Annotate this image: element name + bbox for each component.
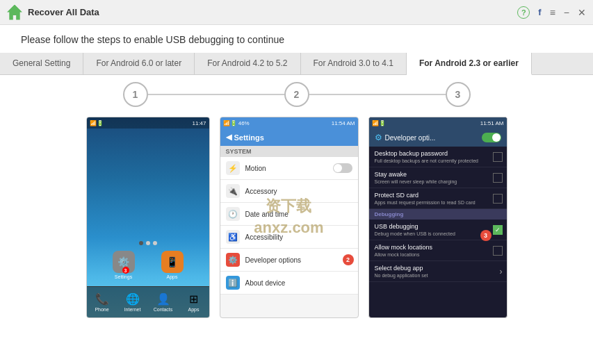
- tab-general[interactable]: General Setting: [0, 53, 83, 74]
- status-time-3: 11:51 AM: [480, 120, 504, 126]
- screenshot-1: 📶🔋 11:47 ⚙️ Settings 3: [86, 117, 210, 318]
- minimize-button[interactable]: −: [564, 7, 569, 18]
- facebook-button[interactable]: f: [538, 7, 541, 17]
- help-button[interactable]: ?: [517, 6, 530, 19]
- accessibility-text: Accessibility: [245, 233, 283, 241]
- status-bar-2: 📶🔋 46% 11:54 AM: [220, 117, 358, 129]
- contacts-nav-label: Contacts: [154, 307, 173, 312]
- tab-android30[interactable]: For Android 3.0 to 4.1: [301, 53, 407, 74]
- settings-app-header: ◀ Settings: [220, 129, 358, 146]
- bottom-nav: 📞 Phone 🌐 Internet 👤 Contacts ⊞ Apps: [87, 286, 209, 317]
- backup-desc: Full desktop backups are not currently p…: [375, 158, 501, 163]
- debug-app-title: Select debug app: [375, 265, 501, 272]
- close-button[interactable]: ✕: [578, 7, 586, 18]
- dev-header-title: Developer opti...: [385, 134, 436, 142]
- title-bar-left: Recover All Data: [7, 5, 517, 20]
- motion-text: Motion: [245, 165, 266, 172]
- settings-item-accessibility[interactable]: ♿ Accessibility: [220, 226, 358, 249]
- awake-checkbox[interactable]: [493, 173, 503, 183]
- subtitle-text: Please follow the steps to enable USB de…: [21, 34, 284, 45]
- apps-nav-label: Apps: [188, 307, 200, 312]
- sdcard-checkbox[interactable]: [493, 194, 503, 204]
- steps-indicator: 1 2 3: [14, 82, 579, 107]
- dev-item-sdcard[interactable]: Protect SD card Apps must request permis…: [369, 188, 507, 209]
- developer-text: Developer options: [245, 256, 302, 264]
- sdcard-title: Protect SD card: [375, 192, 501, 199]
- about-text: About device: [245, 279, 286, 287]
- screenshot-3: 📶🔋 11:51 AM ⚙ Developer opti... Desktop …: [368, 117, 507, 318]
- mock-title: Allow mock locations: [375, 244, 501, 251]
- usb-debug-checkbox[interactable]: ✓: [493, 225, 503, 235]
- accessory-icon: 🔌: [226, 184, 240, 198]
- dev-item-backup[interactable]: Desktop backup password Full desktop bac…: [369, 147, 507, 167]
- dot-3: [153, 241, 157, 245]
- internet-nav-btn[interactable]: 🌐 Internet: [117, 287, 148, 317]
- system-section-header: System: [220, 146, 358, 157]
- dot-1: [139, 241, 143, 245]
- debug-app-arrow: ›: [500, 267, 503, 276]
- settings-item-accessory[interactable]: 🔌 Accessory: [220, 180, 358, 203]
- app-icons-grid: ⚙️ Settings 3 📱 Apps: [87, 248, 209, 283]
- settings-back-dev-icon: ⚙: [375, 133, 382, 142]
- dev-options-header: ⚙ Developer opti...: [369, 129, 507, 147]
- debug-app-desc: No debug application set: [375, 273, 501, 278]
- about-icon: ℹ️: [226, 276, 240, 290]
- backup-checkbox[interactable]: [493, 152, 503, 162]
- settings-item-developer[interactable]: ⚙️ Developer options 2: [220, 249, 358, 272]
- tab-android23[interactable]: For Android 2.3 or earlier: [407, 53, 532, 75]
- tab-android6[interactable]: For Android 6.0 or later: [83, 53, 195, 74]
- apps-nav-btn[interactable]: ⊞ Apps: [179, 287, 209, 317]
- tabs-bar: General Setting For Android 6.0 or later…: [0, 53, 593, 75]
- sdcard-desc: Apps must request permission to read SD …: [375, 200, 501, 205]
- settings-item-date[interactable]: 🕐 Date and time: [220, 203, 358, 226]
- apps-app-icon: 📱: [161, 251, 184, 273]
- settings-item-about[interactable]: ℹ️ About device: [220, 272, 358, 295]
- debugging-section: Debugging: [369, 209, 507, 220]
- subtitle-bar: Please follow the steps to enable USB de…: [0, 25, 593, 53]
- step-line-2: [309, 94, 446, 95]
- status-icons-3: 📶🔋: [372, 120, 386, 126]
- dev-item-debug-app[interactable]: Select debug app No debug application se…: [369, 261, 507, 282]
- wallpaper-area: [87, 129, 209, 238]
- status-icons-1: 📶🔋: [90, 120, 104, 126]
- dev-item-usb-debug[interactable]: USB debugging Debug mode when USB is con…: [369, 220, 507, 240]
- app-title: Recover All Data: [28, 7, 99, 17]
- settings-back-icon: ◀: [226, 133, 231, 142]
- phone-nav-label: Phone: [95, 307, 108, 312]
- status-time-1: 11:47: [192, 120, 206, 126]
- settings-title: Settings: [234, 133, 264, 142]
- phone-nav-btn[interactable]: 📞 Phone: [87, 287, 117, 317]
- main-content: 1 2 3 📶🔋 11:47 ⚙️: [0, 75, 593, 364]
- awake-title: Stay awake: [375, 171, 501, 178]
- screenshots-row: 📶🔋 11:47 ⚙️ Settings 3: [14, 117, 579, 357]
- awake-desc: Screen will never sleep while charging: [375, 179, 501, 184]
- dev-item-awake[interactable]: Stay awake Screen will never sleep while…: [369, 167, 507, 188]
- home-icon: [7, 5, 22, 20]
- usb-debug-badge: 3: [480, 230, 492, 241]
- accessory-text: Accessory: [245, 188, 277, 195]
- mock-desc: Allow mock locations: [375, 252, 501, 257]
- motion-toggle[interactable]: [333, 163, 352, 173]
- step-1: 1: [123, 82, 148, 107]
- status-bar-1: 📶🔋 11:47: [87, 117, 209, 129]
- steps-row: 1 2 3: [123, 82, 471, 107]
- status-bar-3: 📶🔋 11:51 AM: [369, 117, 507, 129]
- developer-icon: ⚙️: [226, 253, 240, 267]
- dot-2: [146, 241, 150, 245]
- developer-badge: 2: [343, 254, 354, 265]
- screenshot-2: 📶🔋 46% 11:54 AM ◀ Settings System ⚡ Moti…: [220, 117, 359, 318]
- dev-options-toggle[interactable]: [482, 133, 501, 142]
- contacts-nav-btn[interactable]: 👤 Contacts: [148, 287, 179, 317]
- tab-android42[interactable]: For Android 4.2 to 5.2: [195, 53, 300, 74]
- menu-button[interactable]: ≡: [550, 7, 555, 18]
- apps-label: Apps: [167, 274, 178, 279]
- settings-item-motion[interactable]: ⚡ Motion: [220, 157, 358, 180]
- settings-label: Settings: [115, 274, 132, 279]
- settings-icon-item: ⚙️ Settings 3: [101, 251, 147, 281]
- status-icons-2: 📶🔋 46%: [223, 120, 250, 126]
- date-text: Date and time: [245, 210, 289, 218]
- dev-item-mock[interactable]: Allow mock locations Allow mock location…: [369, 240, 507, 261]
- title-bar: Recover All Data ? f ≡ − ✕: [0, 0, 593, 25]
- mock-checkbox[interactable]: [493, 246, 503, 256]
- step-line-1: [148, 94, 284, 95]
